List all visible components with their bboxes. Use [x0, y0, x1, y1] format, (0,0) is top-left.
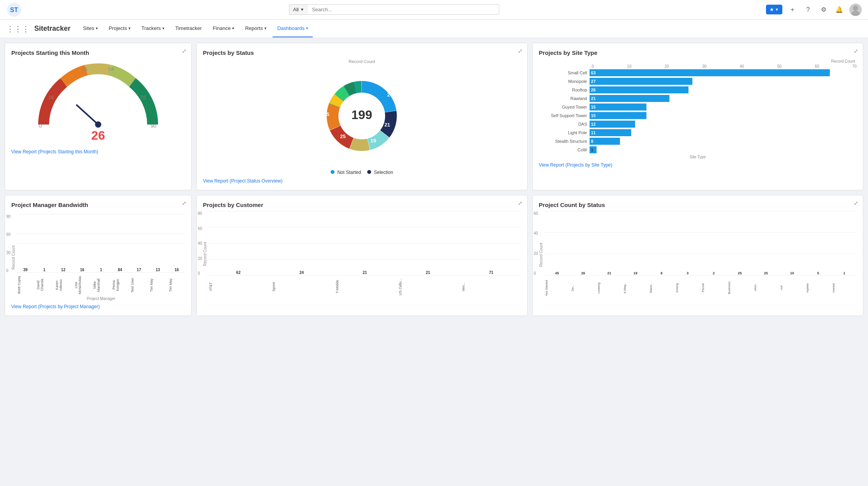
donut-label-10a: 10 [330, 89, 335, 95]
hbar-row-cow: CoW 1 [539, 146, 857, 153]
card-project-count-by-status: Project Count by Status ⤢ Record Count 0 [532, 195, 864, 316]
nav-item-projects[interactable]: Projects ▾ [104, 20, 135, 37]
nav-item-trackers[interactable]: Trackers ▾ [137, 20, 169, 37]
card-title-pm-bandwidth: Project Manager Bandwidth [11, 202, 185, 208]
hbar-row-rooftop: Rooftop 26 [539, 86, 857, 93]
hbar-row-light-pole: Light Pole 11 [539, 129, 857, 136]
svg-point-11 [95, 121, 101, 128]
hbar-row-self-support-tower: Self Support Tower 15 [539, 112, 857, 119]
notifications-button[interactable]: 🔔 [834, 4, 845, 15]
nav-bar: ⋮⋮⋮ Sitetracker Sites ▾ Projects ▾ Track… [0, 19, 868, 38]
settings-button[interactable]: ⚙ [818, 4, 829, 15]
search-input[interactable] [308, 4, 499, 15]
logo-icon: ST [6, 2, 22, 18]
gridline-66 [17, 233, 185, 234]
pm-x-axis-label: Project Manager [17, 297, 185, 301]
view-report-projects-by-status[interactable]: View Report (Project Status Overview) [203, 178, 521, 184]
hbar-row-guyed-tower: Guyed Tower 15 [539, 104, 857, 111]
svg-text:ST: ST [10, 7, 18, 13]
view-report-projects-starting[interactable]: View Report (Projects Starting this Mont… [11, 149, 185, 154]
pm-chart-wrapper: Record Count 0 30 60 90 [11, 214, 185, 301]
view-report-pm-bandwidth[interactable]: View Report (Projects by Project Manager… [11, 304, 185, 309]
card-title-projects-starting: Projects Starting this Month [11, 49, 185, 56]
search-filter-dropdown[interactable]: All ▼ [289, 4, 308, 15]
expand-icon[interactable]: ⤢ [518, 48, 523, 54]
card-projects-starting: Projects Starting this Month ⤢ 0 18 36 5… [5, 43, 192, 190]
grid-icon[interactable]: ⋮⋮⋮ [6, 24, 30, 33]
card-projects-by-customer: Projects by Customer ⤢ Record Count 0 [196, 195, 528, 316]
logo-area: ST [6, 2, 22, 18]
expand-icon[interactable]: ⤢ [182, 200, 187, 206]
donut-label-25b: 25 [324, 111, 329, 117]
status-bars: 45 26 21 [545, 211, 857, 275]
view-report-projects-by-site-type[interactable]: View Report (Projects by Site Type) [539, 162, 857, 168]
chevron-down-icon: ▾ [306, 26, 308, 30]
favorites-button[interactable]: ★ ▼ [766, 5, 782, 14]
card-projects-by-status: Projects by Status ⤢ Record Count [196, 43, 528, 190]
svg-text:0: 0 [39, 123, 42, 129]
legend-item-not-started: Not Started [331, 170, 361, 175]
donut-label-25a: 25 [340, 133, 345, 139]
expand-icon[interactable]: ⤢ [518, 200, 523, 206]
chevron-down-icon: ▼ [775, 7, 779, 12]
status-y-labels: 0 20 40 60 [534, 211, 538, 275]
top-bar-actions: ★ ▼ + ? ⚙ 🔔 [766, 4, 862, 16]
legend-dot-not-started [331, 170, 335, 174]
search-area: All ▼ [289, 4, 499, 15]
donut-label-11: 11 [350, 75, 356, 81]
nav-item-finance[interactable]: Finance ▾ [208, 20, 239, 37]
svg-line-10 [77, 105, 98, 125]
pm-x-labels: Brett Cupta David Charola Karen Adesso L… [17, 274, 185, 296]
svg-text:90: 90 [151, 123, 156, 129]
donut-label-10b: 10 [366, 75, 371, 81]
record-count-label: Record Count [539, 59, 856, 63]
donut-wrapper: 199 45 26 21 19 25 25 10 11 10 [311, 65, 412, 167]
status-chart-area: 0 20 40 60 45 26 [545, 211, 857, 298]
svg-text:36: 36 [82, 66, 87, 72]
card-title-projects-by-customer: Projects by Customer [203, 202, 521, 208]
chevron-down-icon: ▾ [232, 26, 234, 30]
card-pm-bandwidth: Project Manager Bandwidth ⤢ Record Count… [5, 195, 192, 316]
top-bar: ST All ▼ ★ ▼ + ? ⚙ 🔔 [0, 0, 868, 19]
customer-y-labels: 0 20 40 60 80 [198, 211, 202, 275]
help-button[interactable]: ? [803, 4, 813, 15]
expand-icon[interactable]: ⤢ [182, 48, 187, 54]
customer-bars: 62 24 21 [209, 211, 521, 275]
pm-y-axis-label: Record Count [11, 246, 16, 270]
nav-item-dashboards[interactable]: Dashboards ▾ [273, 20, 313, 37]
card-title-projects-by-status: Projects by Status [203, 49, 521, 56]
gauge-value: 26 [91, 128, 105, 143]
donut-chart: Record Count [203, 59, 521, 175]
nav-item-sites[interactable]: Sites ▾ [78, 20, 102, 37]
chevron-down-icon: ▼ [300, 7, 304, 12]
x-axis-top: 0 10 20 30 40 50 60 70 [592, 64, 857, 68]
expand-icon[interactable]: ⤢ [854, 48, 858, 54]
site-type-x-axis-label: Site Type [539, 155, 857, 159]
donut-label-45: 45 [380, 79, 386, 85]
chevron-down-icon: ▾ [264, 26, 266, 30]
legend-dot-selection [367, 170, 371, 174]
pm-y-labels: 0 30 60 90 [6, 214, 11, 273]
hbar-row-stealth-structure: Stealth Structure 8 [539, 138, 857, 145]
gauge-svg: 0 18 36 54 72 90 [32, 62, 164, 132]
hbar-row-rawland: Rawland 21 [539, 95, 857, 102]
gridline-50 [17, 243, 185, 244]
status-y-axis-label: Record Count [539, 243, 543, 267]
chevron-down-icon: ▾ [162, 26, 164, 30]
nav-item-reports[interactable]: Reports ▾ [240, 20, 271, 37]
add-button[interactable]: + [787, 4, 798, 15]
gridline-0 [17, 272, 185, 273]
donut-legend: Not Started Selection [331, 170, 393, 175]
avatar[interactable] [849, 4, 862, 16]
site-type-chart: Record Count 0 10 20 30 40 50 60 70 Smal… [539, 59, 857, 159]
nav-item-timetracker[interactable]: Timetracker [171, 20, 206, 37]
customer-chart-wrapper: Record Count 0 20 40 60 [203, 211, 521, 297]
expand-icon[interactable]: ⤢ [854, 200, 858, 206]
donut-label-26: 26 [387, 92, 393, 98]
donut-record-count-label: Record Count [349, 59, 375, 64]
customer-y-axis-label: Record Count [203, 242, 207, 266]
gridline-100 [17, 214, 185, 214]
svg-text:54: 54 [108, 66, 114, 72]
card-projects-by-site-type: Projects by Site Type ⤢ Record Count 0 1… [532, 43, 864, 190]
chevron-down-icon: ▾ [96, 26, 98, 30]
